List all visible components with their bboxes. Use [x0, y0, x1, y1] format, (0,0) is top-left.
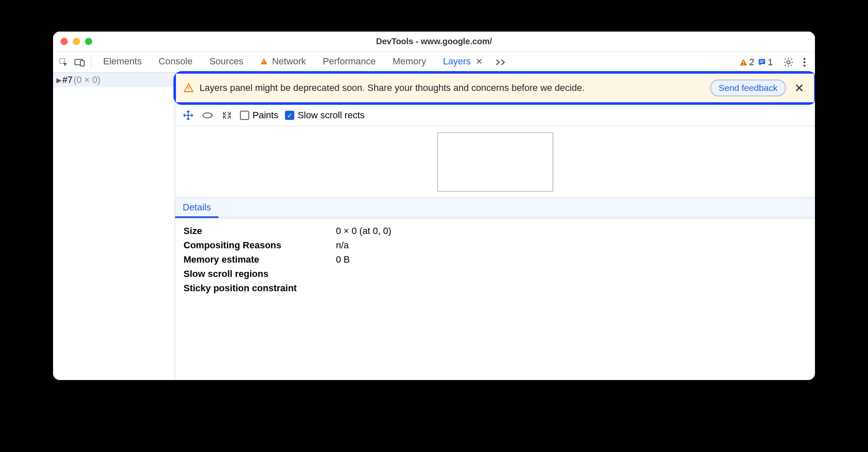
- main-toolbar: Elements Console Sources Network Perform…: [53, 52, 815, 73]
- warnings-number: 2: [749, 57, 754, 68]
- svg-rect-2: [80, 61, 84, 66]
- viewport-rect: [437, 133, 553, 191]
- svg-rect-14: [188, 90, 189, 91]
- content-area: ▶ #7 (0 × 0) Layers panel might be depre…: [53, 73, 815, 380]
- detail-value: 0 B: [336, 253, 391, 266]
- layer-id: #7: [62, 74, 72, 85]
- detail-key: Sticky position constraint: [184, 282, 335, 295]
- svg-rect-6: [743, 64, 744, 65]
- window-title: DevTools - www.google.com/: [53, 37, 815, 46]
- layer-tree-item[interactable]: ▶ #7 (0 × 0): [53, 73, 175, 87]
- tab-layers[interactable]: Layers ✕: [434, 52, 491, 72]
- layer-details: Size0 × 0 (at 0, 0) Compositing Reasonsn…: [175, 218, 815, 301]
- tab-memory[interactable]: Memory: [384, 52, 434, 72]
- slow-scroll-rects-toggle[interactable]: ✓ Slow scroll rects: [285, 110, 365, 121]
- tab-label: Performance: [323, 56, 376, 67]
- messages-count[interactable]: 1: [758, 57, 773, 68]
- detail-key: Size: [184, 224, 335, 238]
- svg-rect-8: [760, 62, 763, 63]
- svg-rect-3: [264, 61, 264, 63]
- layers-3d-viewport[interactable]: [175, 126, 815, 198]
- svg-point-9: [787, 61, 790, 64]
- detail-key: Compositing Reasons: [184, 239, 335, 252]
- detail-row: Size0 × 0 (at 0, 0): [184, 224, 391, 238]
- tab-sources[interactable]: Sources: [201, 52, 252, 72]
- svg-point-15: [203, 113, 212, 118]
- reset-view-icon[interactable]: [221, 109, 233, 122]
- tab-elements[interactable]: Elements: [95, 52, 150, 72]
- slow-rects-label: Slow scroll rects: [298, 110, 365, 121]
- zoom-window-button[interactable]: [85, 38, 92, 45]
- checkbox-off-icon[interactable]: [240, 111, 249, 120]
- device-toolbar-icon[interactable]: [72, 54, 88, 70]
- tab-label: Network: [272, 56, 306, 67]
- detail-value: [336, 267, 391, 281]
- messages-number: 1: [768, 57, 773, 68]
- warning-icon: [260, 58, 268, 65]
- toolbar-divider: [91, 56, 91, 68]
- svg-rect-5: [743, 61, 744, 63]
- svg-rect-7: [760, 60, 764, 61]
- layers-tree: ▶ #7 (0 × 0): [53, 73, 175, 380]
- svg-point-10: [804, 58, 806, 60]
- close-tab-icon[interactable]: ✕: [476, 56, 483, 66]
- detail-value: n/a: [336, 239, 391, 252]
- issue-counts[interactable]: 2 1: [739, 57, 773, 68]
- minimize-window-button[interactable]: [73, 38, 80, 45]
- tab-console[interactable]: Console: [150, 52, 201, 72]
- settings-icon[interactable]: [780, 54, 796, 70]
- details-tabstrip: Details: [175, 198, 815, 218]
- highlight-frame: Layers panel might be deprecated soon. S…: [173, 71, 815, 105]
- detail-row: Sticky position constraint: [184, 282, 391, 295]
- tab-label: Console: [159, 56, 193, 67]
- svg-rect-4: [264, 63, 264, 64]
- devtools-window: DevTools - www.google.com/ Elements Cons…: [53, 32, 815, 380]
- layer-size-dim: (0 × 0): [73, 74, 100, 85]
- warning-icon: [184, 83, 194, 93]
- svg-rect-13: [188, 87, 189, 89]
- detail-row: Memory estimate0 B: [184, 253, 391, 266]
- paints-label: Paints: [253, 110, 278, 121]
- tab-performance[interactable]: Performance: [314, 52, 384, 72]
- pan-icon[interactable]: [182, 109, 194, 122]
- tab-label: Layers: [443, 56, 471, 67]
- deprecation-banner: Layers panel might be deprecated soon. S…: [176, 74, 814, 102]
- window-controls: [61, 38, 92, 45]
- svg-point-12: [804, 64, 806, 66]
- close-banner-icon[interactable]: ✕: [792, 81, 807, 95]
- svg-point-11: [804, 61, 806, 63]
- warnings-count[interactable]: 2: [739, 57, 754, 68]
- layers-main: Layers panel might be deprecated soon. S…: [175, 73, 815, 380]
- detail-value: [336, 282, 391, 295]
- layers-view-toolbar: Paints ✓ Slow scroll rects: [175, 105, 815, 126]
- detail-key: Memory estimate: [184, 253, 335, 266]
- detail-row: Slow scroll regions: [184, 267, 391, 281]
- inspect-element-icon[interactable]: [56, 54, 72, 70]
- detail-value: 0 × 0 (at 0, 0): [336, 224, 391, 238]
- panel-tabs: Elements Console Sources Network Perform…: [95, 52, 511, 72]
- tab-label: Sources: [209, 56, 243, 67]
- tab-details[interactable]: Details: [175, 198, 218, 218]
- send-feedback-button[interactable]: Send feedback: [710, 80, 786, 96]
- tab-network[interactable]: Network: [252, 52, 314, 72]
- kebab-menu-icon[interactable]: [796, 54, 812, 70]
- tab-label: Elements: [103, 56, 142, 67]
- titlebar: DevTools - www.google.com/: [53, 32, 815, 52]
- detail-row: Compositing Reasonsn/a: [184, 239, 391, 252]
- banner-text: Layers panel might be deprecated soon. S…: [200, 82, 704, 93]
- rotate-icon[interactable]: [201, 109, 214, 122]
- expand-caret-icon[interactable]: ▶: [56, 76, 61, 84]
- paints-toggle[interactable]: Paints: [240, 110, 278, 121]
- detail-key: Slow scroll regions: [184, 267, 335, 281]
- more-tabs-icon[interactable]: [491, 54, 511, 70]
- tab-label: Memory: [393, 56, 426, 67]
- close-window-button[interactable]: [61, 38, 68, 45]
- checkbox-on-icon[interactable]: ✓: [285, 111, 294, 120]
